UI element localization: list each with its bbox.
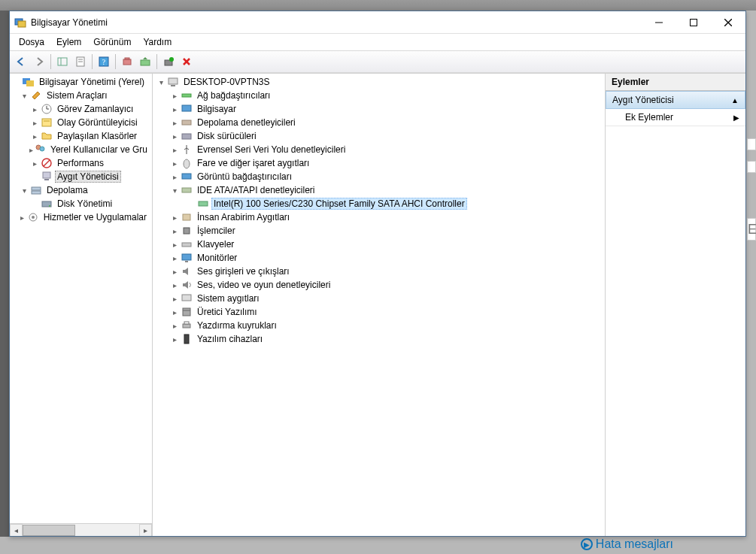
chevron-right-icon[interactable]: ▸ — [29, 104, 40, 114]
cat-mouse[interactable]: ▸Fare ve diğer işaret aygıtları — [153, 156, 605, 170]
users-icon — [34, 144, 46, 156]
chevron-down-icon[interactable]: ▾ — [19, 90, 29, 101]
chevron-down-icon[interactable]: ▾ — [156, 77, 166, 87]
chevron-right-icon[interactable]: ▸ — [169, 104, 180, 114]
chevron-right-icon[interactable]: ▸ — [169, 320, 180, 331]
cat-sysdev[interactable]: ▸Sistem aygıtları — [153, 292, 605, 305]
tree-disk-management[interactable]: ▸ Disk Yönetimi — [10, 197, 152, 210]
cat-display[interactable]: ▸Görüntü bağdaştırıcıları — [153, 170, 605, 183]
chevron-right-icon[interactable]: ▸ — [169, 171, 180, 182]
cat-firmware[interactable]: ▸Üretici Yazılımı — [153, 305, 605, 319]
app-icon — [14, 17, 26, 29]
tree-local-users[interactable]: ▸ Yerel Kullanıcılar ve Gru — [10, 143, 152, 156]
background-errors-label: Hata mesajları — [596, 537, 673, 551]
cat-keyboard[interactable]: ▸Klavyeler — [153, 238, 605, 251]
svg-rect-46 — [182, 174, 191, 179]
chevron-right-icon[interactable]: ▸ — [169, 117, 180, 128]
chevron-right-icon[interactable]: ▸ — [169, 307, 180, 317]
cat-network[interactable]: ▸Ağ bağdaştırıcıları — [153, 89, 605, 102]
chevron-right-icon[interactable]: ▸ — [169, 239, 180, 250]
ide-icon — [181, 184, 193, 196]
chevron-down-icon[interactable]: ▾ — [169, 185, 180, 195]
maximize-button[interactable] — [676, 11, 711, 34]
monitor-icon — [181, 252, 193, 264]
back-button[interactable] — [13, 53, 29, 70]
svg-rect-6 — [58, 58, 67, 65]
tree-event-viewer[interactable]: ▸ Olay Görüntüleyicisi — [10, 116, 152, 129]
cat-ide[interactable]: ▾IDE ATA/ATAPI denetleyicileri — [153, 183, 605, 197]
chevron-right-icon[interactable]: ▸ — [169, 280, 180, 290]
minimize-button[interactable] — [642, 11, 676, 34]
scroll-right-button[interactable]: ▸ — [139, 524, 152, 537]
cat-usb[interactable]: ▸Evrensel Seri Veri Yolu denetleyicileri — [153, 143, 605, 156]
chevron-right-icon[interactable]: ▸ — [169, 158, 180, 168]
svg-point-45 — [184, 159, 190, 168]
svg-rect-44 — [182, 134, 191, 139]
chevron-right-icon[interactable]: ▸ — [29, 158, 40, 168]
chevron-right-icon[interactable]: ▸ — [169, 334, 180, 344]
close-button[interactable] — [711, 11, 745, 34]
chevron-right-icon[interactable]: ▸ — [169, 144, 180, 155]
tree-shared-folders[interactable]: ▸ Paylaşılan Klasörler — [10, 129, 152, 143]
device-root[interactable]: ▾ DESKTOP-0VPTN3S — [153, 75, 605, 89]
chevron-right-icon[interactable]: ▸ — [19, 212, 26, 223]
tree-root[interactable]: ▸ Bilgisayar Yönetimi (Yerel) — [10, 75, 152, 89]
chevron-right-icon[interactable]: ▸ — [169, 266, 180, 277]
mouse-icon — [181, 157, 193, 169]
cat-storage-ctrl[interactable]: ▸Depolama denetleyicileri — [153, 116, 605, 129]
disable-button[interactable] — [178, 53, 195, 70]
menu-help[interactable]: Yardım — [137, 35, 178, 49]
keyboard-icon — [181, 238, 193, 250]
cat-print[interactable]: ▸Yazdırma kuyrukları — [153, 319, 605, 332]
update-driver-button[interactable] — [137, 53, 153, 70]
cat-sound[interactable]: ▸Ses, video ve oyun denetleyicileri — [153, 278, 605, 292]
menu-action[interactable]: Eylem — [50, 35, 87, 49]
show-hide-tree-button[interactable] — [54, 53, 71, 70]
clock-icon — [41, 103, 53, 115]
collapse-up-icon: ▲ — [731, 96, 739, 104]
cat-hid[interactable]: ▸İnsan Arabirim Aygıtları — [153, 210, 605, 224]
chevron-right-icon[interactable]: ▸ — [29, 117, 40, 128]
chevron-right-icon[interactable]: ▸ — [169, 131, 180, 141]
device-intel-sata[interactable]: ▸Intel(R) 100 Series/C230 Chipset Family… — [153, 197, 605, 210]
svg-rect-41 — [182, 94, 191, 97]
tree-device-manager[interactable]: ▸ Aygıt Yöneticisi — [10, 170, 152, 183]
menu-file[interactable]: Dosya — [13, 35, 50, 49]
uninstall-button[interactable] — [160, 53, 177, 70]
svg-rect-57 — [183, 324, 190, 328]
chevron-down-icon[interactable]: ▾ — [19, 185, 29, 195]
properties-button[interactable] — [72, 53, 89, 70]
chevron-right-icon[interactable]: ▸ — [29, 144, 33, 155]
console-tree[interactable]: ▸ Bilgisayar Yönetimi (Yerel) ▾ Sistem A… — [10, 74, 152, 523]
scroll-thumb[interactable] — [23, 525, 75, 536]
tree-system-tools[interactable]: ▾ Sistem Araçları — [10, 89, 152, 102]
cat-disk-drives[interactable]: ▸Disk sürücüleri — [153, 129, 605, 143]
chevron-right-icon[interactable]: ▸ — [169, 253, 180, 263]
chevron-right-icon[interactable]: ▸ — [169, 212, 180, 223]
scroll-left-button[interactable]: ◂ — [10, 524, 23, 537]
cat-cpu[interactable]: ▸İşlemciler — [153, 224, 605, 238]
chevron-right-icon[interactable]: ▸ — [169, 226, 180, 236]
actions-more-row[interactable]: Ek Eylemler ▶ — [606, 109, 745, 126]
tree-storage[interactable]: ▾ Depolama — [10, 183, 152, 197]
menu-view[interactable]: Görünüm — [87, 35, 137, 49]
tree-services-apps[interactable]: ▸ Hizmetler ve Uygulamalar — [10, 210, 152, 224]
device-tree[interactable]: ▾ DESKTOP-0VPTN3S ▸Ağ bağdaştırıcıları ▸… — [153, 74, 605, 536]
folder-icon — [41, 130, 53, 142]
chevron-right-icon[interactable]: ▸ — [29, 131, 40, 141]
cat-monitor[interactable]: ▸Monitörler — [153, 251, 605, 265]
help-button[interactable]: ? — [96, 53, 112, 70]
scan-hardware-button[interactable] — [119, 53, 135, 70]
cat-audio-io[interactable]: ▸Ses girişleri ve çıkışları — [153, 265, 605, 278]
cat-computer[interactable]: ▸Bilgisayar — [153, 102, 605, 116]
actions-context-row[interactable]: Aygıt Yöneticisi ▲ — [606, 91, 745, 109]
tree-performance[interactable]: ▸ Performans — [10, 156, 152, 170]
forward-button[interactable] — [31, 53, 47, 70]
chevron-right-icon[interactable]: ▸ — [169, 90, 180, 101]
chevron-right-icon: ▶ — [733, 114, 739, 122]
tree-task-scheduler[interactable]: ▸ Görev Zamanlayıcı — [10, 102, 152, 116]
cat-software[interactable]: ▸Yazılım cihazları — [153, 332, 605, 346]
svg-rect-47 — [182, 188, 191, 192]
left-scrollbar[interactable]: ◂ ▸ — [10, 523, 152, 536]
chevron-right-icon[interactable]: ▸ — [169, 293, 180, 304]
